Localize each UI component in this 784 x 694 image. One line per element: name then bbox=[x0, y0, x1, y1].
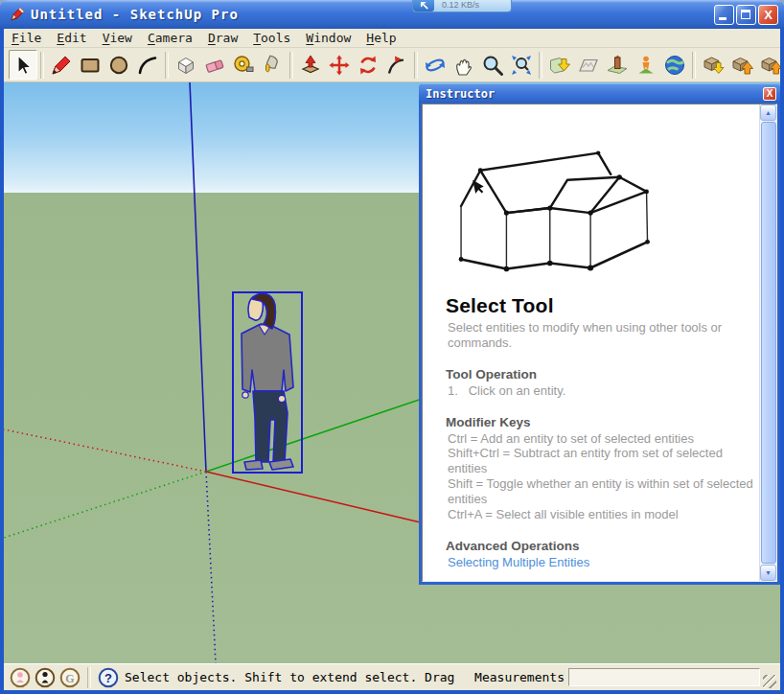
tool-orbit-button[interactable] bbox=[421, 50, 450, 80]
tool-circle-button[interactable] bbox=[104, 50, 133, 80]
tape-measure-icon bbox=[232, 54, 255, 77]
menu-tools[interactable]: Tools bbox=[245, 30, 298, 46]
scroll-thumb[interactable] bbox=[761, 122, 776, 564]
menu-window[interactable]: Window bbox=[298, 30, 358, 46]
tool-warehouse-download-button[interactable] bbox=[699, 50, 727, 80]
close-button[interactable]: X bbox=[758, 5, 778, 25]
tool-rectangle-button[interactable] bbox=[76, 50, 104, 80]
sketchup-app-icon bbox=[9, 6, 26, 23]
instructor-title: Instructor bbox=[426, 87, 495, 101]
menu-draw[interactable]: Draw bbox=[200, 30, 245, 46]
tool-pan-button[interactable] bbox=[450, 50, 478, 80]
select-icon bbox=[12, 54, 35, 77]
statusbar-divider bbox=[87, 667, 91, 688]
house-sketch-illustration bbox=[453, 124, 704, 279]
tool-paint-bucket-button[interactable] bbox=[258, 50, 287, 80]
tool-move-button[interactable] bbox=[325, 50, 354, 80]
tool-line-button[interactable] bbox=[47, 50, 76, 80]
section-line: Shift = Toggle whether an entity is with… bbox=[448, 476, 756, 507]
section-heading: Advanced Operations bbox=[446, 539, 754, 553]
section-line: Ctrl+A = Select all visible entities in … bbox=[448, 507, 756, 522]
instructor-content: Select Tool Select entities to modify wh… bbox=[423, 104, 760, 581]
tool-select-button[interactable] bbox=[9, 50, 37, 80]
pan-icon bbox=[452, 54, 475, 77]
menu-help[interactable]: Help bbox=[358, 30, 404, 46]
push-pull-icon bbox=[299, 54, 322, 77]
rectangle-icon bbox=[79, 54, 102, 77]
measurements-input[interactable] bbox=[568, 668, 760, 686]
tool-make-component-button[interactable] bbox=[172, 50, 200, 80]
tool-zoom-button[interactable] bbox=[478, 50, 507, 80]
menu-camera[interactable]: Camera bbox=[140, 30, 200, 46]
warehouse-upload-icon bbox=[730, 54, 753, 77]
instructor-title-bar[interactable]: Instructor X bbox=[419, 84, 780, 104]
tool-get-models-button[interactable] bbox=[632, 50, 660, 80]
toolbar-separator bbox=[165, 52, 169, 79]
tool-get-current-view-button[interactable] bbox=[545, 50, 574, 80]
make-component-icon bbox=[174, 54, 197, 77]
instructor-scrollbar[interactable]: ▲ ▼ bbox=[759, 104, 776, 581]
close-icon: X bbox=[759, 6, 777, 24]
blue-axis-dotted bbox=[206, 472, 216, 663]
toggle-terrain-icon bbox=[577, 54, 600, 77]
tool-warehouse-share-button[interactable] bbox=[756, 50, 780, 80]
toolbar-separator bbox=[414, 52, 418, 79]
status-bar: G ? Select objects. Shift to extend sele… bbox=[4, 663, 780, 690]
toolbar-separator bbox=[40, 52, 44, 79]
attribution-icon[interactable] bbox=[35, 667, 56, 688]
place-model-icon bbox=[606, 54, 629, 77]
speed-text: 0.12 KB/s bbox=[442, 0, 479, 10]
network-speed-overlay: 0.12 KB/s bbox=[412, 0, 512, 12]
tool-rotate-button[interactable] bbox=[354, 50, 382, 80]
tool-toggle-terrain-button[interactable] bbox=[574, 50, 603, 80]
minimize-button[interactable] bbox=[714, 5, 734, 25]
instructor-description: Select entities to modify when using oth… bbox=[448, 320, 754, 351]
tool-zoom-extents-button[interactable] bbox=[507, 50, 536, 80]
instructor-section: Modifier KeysCtrl = Add an entity to set… bbox=[444, 415, 754, 522]
person-hand-left bbox=[242, 392, 248, 398]
tool-google-earth-button[interactable] bbox=[660, 50, 689, 80]
toolbar-separator bbox=[289, 52, 293, 79]
maximize-icon bbox=[741, 10, 750, 19]
zoom-icon bbox=[481, 54, 504, 77]
resize-grip[interactable] bbox=[763, 675, 776, 688]
zoom-extents-icon bbox=[510, 54, 533, 77]
green-axis-solid bbox=[206, 391, 445, 472]
scroll-down-button[interactable]: ▼ bbox=[760, 565, 776, 581]
tool-warehouse-upload-button[interactable] bbox=[727, 50, 756, 80]
minimize-icon bbox=[719, 17, 726, 20]
menu-view[interactable]: View bbox=[95, 30, 140, 46]
instructor-close-button[interactable]: X bbox=[763, 87, 776, 101]
google-signin-icon[interactable]: G bbox=[59, 667, 81, 688]
person-sweater bbox=[242, 324, 293, 392]
window-controls: X bbox=[714, 5, 778, 25]
instructor-sections: Tool Operation1. Click on an entity.Modi… bbox=[444, 367, 754, 569]
toolbar bbox=[4, 48, 780, 82]
section-line: Ctrl = Add an entity to set of selected … bbox=[448, 431, 756, 447]
green-axis-dotted bbox=[4, 472, 206, 538]
measurements-label: Measurements bbox=[474, 670, 565, 684]
maximize-button[interactable] bbox=[736, 5, 756, 25]
get-models-icon bbox=[634, 54, 657, 77]
scroll-up-button[interactable]: ▲ bbox=[760, 104, 776, 121]
warehouse-share-icon bbox=[759, 54, 780, 77]
person-hand-right bbox=[278, 395, 285, 402]
menu-edit[interactable]: Edit bbox=[49, 30, 94, 46]
red-axis-dotted bbox=[4, 429, 206, 472]
menu-file[interactable]: File bbox=[4, 30, 49, 46]
instructor-body: Select Tool Select entities to modify wh… bbox=[422, 104, 777, 582]
tool-place-model-button[interactable] bbox=[603, 50, 632, 80]
link-selecting-multiple-entities[interactable]: Selecting Multiple Entities bbox=[448, 555, 754, 569]
tool-push-pull-button[interactable] bbox=[296, 50, 325, 80]
tool-tape-measure-button[interactable] bbox=[229, 50, 258, 80]
tool-eraser-button[interactable] bbox=[200, 50, 229, 80]
instructor-section: Tool Operation1. Click on an entity. bbox=[444, 367, 754, 399]
tool-arc-button[interactable] bbox=[133, 50, 162, 80]
title-bar[interactable]: Untitled - SketchUp Pro X bbox=[0, 0, 784, 29]
claim-credit-icon[interactable] bbox=[10, 667, 31, 688]
help-icon[interactable]: ? bbox=[98, 667, 119, 688]
tool-follow-me-button[interactable] bbox=[382, 50, 411, 80]
svg-text:G: G bbox=[65, 671, 74, 684]
get-current-view-icon bbox=[548, 54, 571, 77]
viewport-3d[interactable]: Instructor X bbox=[4, 82, 780, 663]
